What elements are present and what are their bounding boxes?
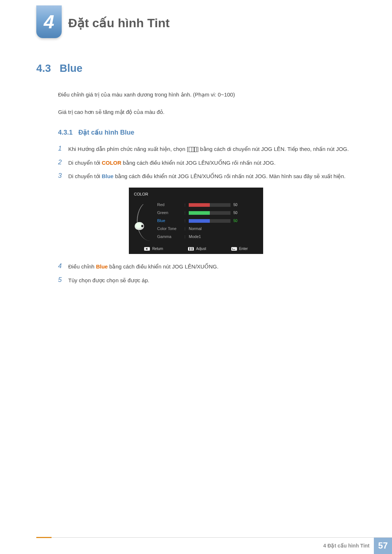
step1-pre: Khi Hướng dẫn phím chức năng xuất hiện, … (68, 146, 188, 152)
subsection-number: 4.3.1 (58, 127, 73, 138)
osd-colon: : (184, 226, 189, 232)
osd-slider-green[interactable] (189, 211, 230, 215)
step-text: Tùy chọn được chọn sẽ được áp. (68, 276, 356, 285)
arc-graphic (137, 201, 152, 241)
osd-colon: : (184, 234, 189, 240)
step-number: 1 (58, 144, 68, 153)
intro-paragraph-2: Giá trị cao hơn sẽ tăng mật độ của màu đ… (58, 108, 356, 116)
osd-slider-fill (189, 203, 210, 207)
osd-enter-label: Enter (239, 246, 248, 252)
osd-list: Red : 50 Green : 50 Blue : 50 (157, 201, 258, 241)
step2-post: bằng cách điều khiển nút JOG LÊN/XUỐNG r… (121, 160, 275, 166)
footer-divider (36, 537, 392, 538)
section-number: 4.3 (36, 60, 51, 77)
osd-label-tone: Color Tone (157, 226, 184, 232)
step-text: Di chuyển tới COLOR bằng cách điều khiển… (68, 158, 356, 168)
step-4: 4 Điều chỉnh Blue bằng cách điều khiển n… (58, 262, 356, 271)
osd-colon: : (184, 210, 189, 216)
osd-title: COLOR (129, 190, 263, 200)
page-footer: 4 Đặt cấu hình Tint 57 (0, 537, 392, 554)
osd-label-green: Green (157, 210, 184, 216)
osd-value-red: 50 (233, 202, 242, 208)
osd-footer: Return Adjust Enter (129, 244, 263, 253)
keyword-blue: Blue (102, 173, 114, 179)
osd-row-blue[interactable]: Blue : 50 (157, 217, 258, 225)
step4-post: bằng cách điều khiển nút JOG LÊN/XUỐNG. (108, 263, 219, 270)
intro-paragraph-1: Điều chỉnh giá trị của màu xanh dương tr… (58, 90, 356, 99)
footer-page-number: 57 (374, 537, 392, 554)
osd-label-blue: Blue (157, 218, 184, 224)
section-heading: 4.3 Blue (36, 60, 356, 77)
step-3: 3 Di chuyển tới Blue bằng cách điều khiể… (58, 172, 356, 181)
step-text: Điều chỉnh Blue bằng cách điều khiển nút… (68, 262, 356, 271)
osd-side-graphic (134, 201, 155, 241)
footer-chapter-label: 4 Đặt cấu hình Tint (323, 537, 374, 554)
osd-return-hint: Return (144, 246, 163, 252)
step3-post: bằng cách điều khiển nút JOG LÊN/XUỐNG r… (114, 173, 346, 179)
step4-pre: Điều chỉnh (68, 263, 96, 270)
step-text: Khi Hướng dẫn phím chức năng xuất hiện, … (68, 144, 356, 154)
chapter-title: Đặt cấu hình Tint (68, 5, 170, 30)
step1-post: ] bằng cách di chuyển nút JOG LÊN. Tiếp … (197, 146, 349, 152)
page-content: 4.3 Blue Điều chỉnh giá trị của màu xanh… (0, 38, 392, 285)
osd-row-green[interactable]: Green : 50 (157, 209, 258, 217)
step-number: 3 (58, 172, 68, 180)
osd-value-blue: 50 (233, 218, 242, 224)
step-number: 2 (58, 158, 68, 167)
osd-slider-red[interactable] (189, 203, 230, 207)
osd-row-gamma[interactable]: Gamma : Mode1 (157, 233, 258, 241)
osd-label-gamma: Gamma (157, 234, 184, 240)
chapter-header: 4 Đặt cấu hình Tint (0, 0, 392, 38)
step-5: 5 Tùy chọn được chọn sẽ được áp. (58, 276, 356, 285)
step-1: 1 Khi Hướng dẫn phím chức năng xuất hiện… (58, 144, 356, 154)
osd-value-tone: Normal (189, 226, 201, 232)
step3-pre: Di chuyển tới (68, 173, 102, 179)
osd-slider-fill (189, 211, 210, 215)
keyword-blue: Blue (96, 263, 108, 270)
osd-enter-hint: Enter (231, 246, 248, 252)
chapter-number-badge: 4 (36, 5, 62, 38)
osd-adjust-hint: Adjust (188, 246, 206, 252)
adjust-icon (188, 247, 194, 251)
section-title: Blue (60, 60, 82, 77)
menu-icon (189, 147, 197, 152)
step-number: 4 (58, 262, 68, 270)
osd-value-gamma: Mode1 (189, 234, 201, 240)
step-2: 2 Di chuyển tới COLOR bằng cách điều khi… (58, 158, 356, 168)
return-icon (144, 247, 150, 251)
keyword-color: COLOR (102, 160, 121, 166)
osd-adjust-label: Adjust (196, 246, 206, 252)
osd-return-label: Return (152, 246, 163, 252)
osd-row-color-tone[interactable]: Color Tone : Normal (157, 225, 258, 233)
osd-slider-blue[interactable] (189, 219, 230, 223)
subsection-heading: 4.3.1 Đặt cấu hình Blue (58, 127, 356, 138)
palette-icon (135, 222, 144, 230)
osd-colon: : (184, 218, 189, 224)
step2-pre: Di chuyển tới (68, 160, 102, 166)
osd-body: Red : 50 Green : 50 Blue : 50 (129, 200, 263, 244)
step-text: Di chuyển tới Blue bằng cách điều khiển … (68, 172, 356, 181)
osd-label-red: Red (157, 202, 184, 208)
step-number: 5 (58, 276, 68, 284)
footer-accent (36, 537, 52, 538)
osd-slider-fill (189, 219, 210, 223)
osd-row-red[interactable]: Red : 50 (157, 201, 258, 209)
enter-icon (231, 247, 237, 251)
osd-colon: : (184, 202, 189, 208)
subsection-title: Đặt cấu hình Blue (78, 127, 134, 138)
osd-panel: COLOR Red : 50 Green : 50 (129, 188, 263, 254)
osd-value-green: 50 (233, 210, 242, 216)
